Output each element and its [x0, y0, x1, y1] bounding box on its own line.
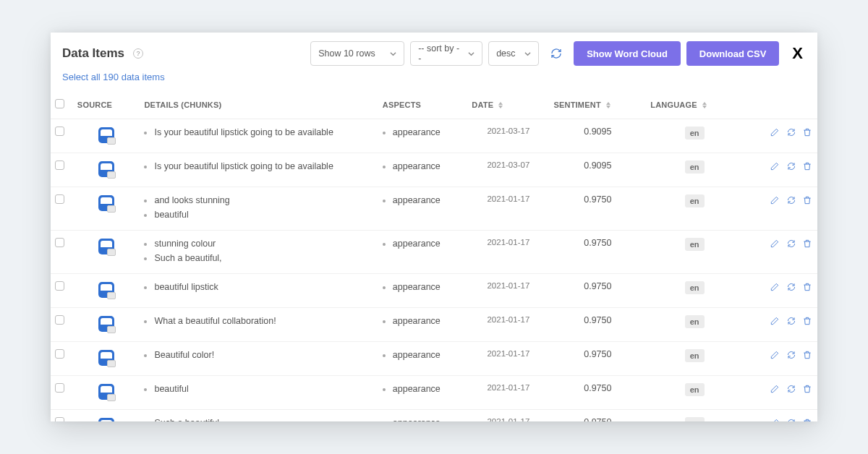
edit-icon[interactable]: [769, 383, 780, 395]
sentiment-cell: 0.9750: [549, 308, 646, 342]
details-list: beautiful: [154, 383, 373, 396]
row-checkbox[interactable]: [55, 160, 64, 170]
source-icon[interactable]: [98, 418, 114, 421]
delete-icon[interactable]: [801, 417, 813, 421]
source-icon[interactable]: [98, 350, 114, 366]
delete-icon[interactable]: [801, 127, 813, 138]
col-date[interactable]: DATE: [467, 92, 549, 119]
date-cell: 2021-03-07: [467, 153, 549, 187]
aspect-item: appearance: [393, 160, 463, 174]
edit-icon[interactable]: [769, 160, 780, 172]
source-icon[interactable]: [98, 282, 114, 298]
source-icon[interactable]: [98, 195, 114, 211]
row-checkbox[interactable]: [55, 315, 64, 325]
details-list: and looks stunningbeautiful: [154, 194, 373, 221]
sentiment-cell: 0.9750: [549, 410, 646, 422]
date-cell: 2021-01-17: [467, 231, 549, 274]
sentiment-cell: 0.9750: [549, 376, 646, 410]
close-icon[interactable]: X: [792, 44, 803, 63]
details-list: Is your beautiful lipstick going to be a…: [154, 160, 373, 174]
table-row: stunning colourSuch a beautiful, appeara…: [51, 231, 817, 274]
sentiment-cell: 0.9750: [549, 342, 646, 376]
sort-by-label: -- sort by --: [418, 43, 461, 64]
source-icon[interactable]: [98, 127, 114, 143]
row-checkbox[interactable]: [55, 127, 64, 136]
refresh-row-icon[interactable]: [786, 349, 797, 361]
refresh-row-icon[interactable]: [786, 417, 797, 421]
edit-icon[interactable]: [769, 238, 780, 249]
col-aspects: ASPECTS: [378, 92, 467, 119]
chunk-item: beautiful lipstick: [154, 281, 373, 294]
date-cell: 2021-01-17: [467, 187, 549, 231]
row-checkbox[interactable]: [55, 281, 64, 291]
row-checkbox[interactable]: [55, 349, 64, 359]
refresh-row-icon[interactable]: [786, 194, 797, 206]
row-checkbox[interactable]: [55, 238, 64, 247]
language-badge: en: [685, 383, 705, 396]
date-cell: 2021-03-17: [467, 119, 549, 153]
edit-icon[interactable]: [769, 417, 780, 421]
edit-icon[interactable]: [769, 315, 780, 327]
col-language[interactable]: LANGUAGE: [646, 92, 743, 119]
aspect-item: appearance: [393, 194, 463, 207]
refresh-icon[interactable]: [549, 46, 563, 61]
rows-per-page-select[interactable]: Show 10 rows: [310, 41, 404, 66]
table-row: Such a beautifulYour looks are so beauti…: [51, 410, 817, 422]
download-csv-button[interactable]: Download CSV: [686, 41, 779, 66]
delete-icon[interactable]: [801, 281, 813, 293]
table-row: beautiful appearance 2021-01-17 0.9750 e…: [51, 376, 817, 410]
aspect-item: appearance: [393, 127, 463, 140]
row-checkbox[interactable]: [55, 383, 64, 393]
edit-icon[interactable]: [769, 349, 780, 361]
edit-icon[interactable]: [769, 127, 780, 138]
details-list: Beautiful color!: [154, 349, 373, 362]
edit-icon[interactable]: [769, 194, 780, 206]
select-all-link[interactable]: Select all 190 data items: [62, 72, 165, 82]
help-icon[interactable]: ?: [133, 48, 143, 59]
source-icon[interactable]: [98, 161, 114, 177]
refresh-row-icon[interactable]: [786, 315, 797, 327]
language-badge: en: [685, 238, 705, 251]
source-icon[interactable]: [98, 384, 114, 400]
sort-by-select[interactable]: -- sort by --: [410, 41, 482, 66]
delete-icon[interactable]: [801, 160, 813, 172]
chevron-down-icon: [390, 51, 396, 57]
delete-icon[interactable]: [801, 194, 813, 206]
chunk-item: Is your beautiful lipstick going to be a…: [154, 160, 373, 174]
language-badge: en: [685, 194, 705, 207]
aspects-list: appearance: [393, 127, 463, 140]
col-source: SOURCE: [73, 92, 140, 119]
sort-icon[interactable]: [702, 102, 707, 108]
source-icon[interactable]: [98, 316, 114, 332]
refresh-row-icon[interactable]: [786, 127, 797, 138]
delete-icon[interactable]: [801, 315, 813, 327]
aspects-list: appearance: [393, 383, 463, 396]
refresh-row-icon[interactable]: [786, 160, 797, 172]
aspects-list: appearance: [393, 349, 463, 362]
select-all-checkbox[interactable]: [55, 99, 64, 108]
refresh-row-icon[interactable]: [786, 238, 797, 249]
chunk-item: Such a beautiful,: [154, 252, 373, 265]
sort-icon[interactable]: [498, 102, 503, 108]
sentiment-cell: 0.9750: [549, 274, 646, 308]
row-checkbox[interactable]: [55, 194, 64, 204]
date-cell: 2021-01-17: [467, 410, 549, 422]
delete-icon[interactable]: [801, 349, 813, 361]
sort-icon[interactable]: [606, 102, 610, 108]
toolbar: Data Items ? Show 10 rows -- sort by -- …: [51, 33, 817, 66]
edit-icon[interactable]: [769, 281, 780, 293]
col-sentiment[interactable]: SENTIMENT: [549, 92, 646, 119]
delete-icon[interactable]: [801, 383, 813, 395]
source-icon[interactable]: [98, 239, 114, 254]
data-items-table: SOURCE DETAILS (CHUNKS) ASPECTS DATE SEN…: [51, 92, 817, 421]
row-checkbox[interactable]: [55, 417, 64, 421]
table-row: Is your beautiful lipstick going to be a…: [51, 153, 817, 187]
sort-direction-label: desc: [496, 48, 515, 59]
table-row: and looks stunningbeautiful appearance 2…: [51, 187, 817, 231]
refresh-row-icon[interactable]: [786, 383, 797, 395]
chunk-item: Beautiful color!: [154, 349, 373, 362]
delete-icon[interactable]: [801, 238, 813, 249]
sort-direction-select[interactable]: desc: [488, 41, 539, 66]
refresh-row-icon[interactable]: [786, 281, 797, 293]
show-word-cloud-button[interactable]: Show Word Cloud: [574, 41, 681, 66]
